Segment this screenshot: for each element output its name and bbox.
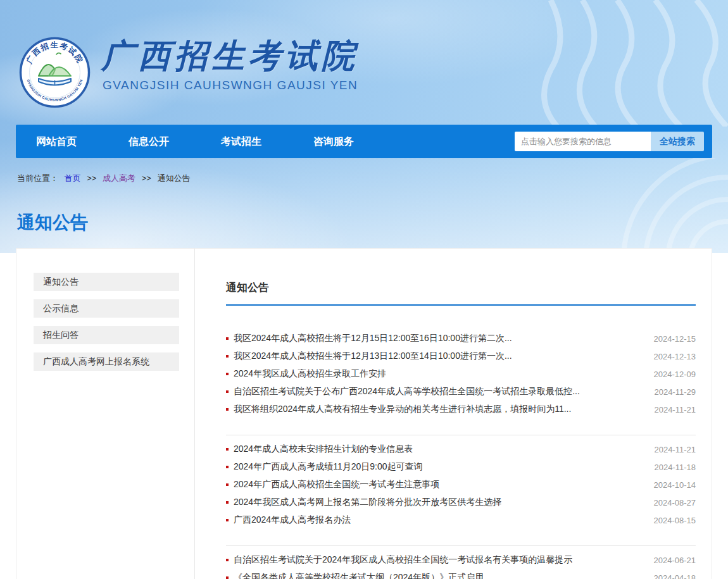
search-button[interactable]: 全站搜索 bbox=[651, 132, 704, 151]
breadcrumb-home-link[interactable]: 首页 bbox=[65, 173, 81, 183]
announcement-row: 《全国各类成人高等学校招生考试大纲（2024年版）》正式启用2024-04-18 bbox=[226, 569, 696, 579]
bullet-icon bbox=[226, 408, 229, 411]
announcement-link[interactable]: 我区2024年成人高校招生将于12月15日12:00至16日10:00进行第二次… bbox=[234, 333, 512, 344]
bullet-icon bbox=[226, 576, 229, 579]
bullet-icon bbox=[226, 559, 229, 561]
announcement-row-left: 2024年成人高校未安排招生计划的专业信息表 bbox=[226, 444, 413, 455]
announcement-row-left: 2024年广西成人高考成绩11月20日9:00起可查询 bbox=[226, 461, 423, 473]
vertical-divider bbox=[194, 249, 195, 579]
main-column: 通知公告 我区2024年成人高校招生将于12月15日12:00至16日10:00… bbox=[210, 249, 712, 579]
bullet-icon bbox=[226, 390, 229, 393]
announcement-row-left: 《全国各类成人高等学校招生考试大纲（2024年版）》正式启用 bbox=[226, 572, 484, 579]
sidebar-item-notice[interactable]: 通知公告 bbox=[34, 273, 179, 291]
bullet-icon bbox=[226, 448, 229, 451]
sidebar-item-signup-system[interactable]: 广西成人高考网上报名系统 bbox=[34, 352, 179, 371]
announcement-row-left: 我区2024年成人高校招生将于12月13日12:00至14日10:00进行第一次… bbox=[226, 351, 512, 362]
site-logo[interactable]: 广西招生考试院 GVANGJSIH CAUHSWNGH GAUJSI YEN bbox=[19, 37, 91, 108]
announcement-row: 自治区招生考试院关于2024年我区成人高校招生全国统一考试报名有关事项的温馨提示… bbox=[226, 551, 696, 569]
sidebar-item-public-info[interactable]: 公示信息 bbox=[34, 299, 179, 318]
announcement-link[interactable]: 2024年成人高校未安排招生计划的专业信息表 bbox=[234, 444, 413, 455]
announcement-row: 2024年广西成人高考成绩11月20日9:00起可查询2024-11-18 bbox=[226, 458, 696, 476]
announcement-row: 2024年我区成人高考网上报名第二阶段将分批次开放考区供考生选择2024-08-… bbox=[226, 494, 696, 511]
announcement-row-left: 2024年我区成人高校招生录取工作安排 bbox=[226, 368, 386, 380]
announcement-link[interactable]: 2024年我区成人高校招生录取工作安排 bbox=[234, 368, 386, 380]
bullet-icon bbox=[226, 373, 229, 375]
announcement-row-left: 自治区招生考试院关于公布广西2024年成人高等学校招生全国统一考试招生录取最低控… bbox=[226, 386, 580, 397]
search-input[interactable] bbox=[515, 132, 651, 151]
announcement-list: 我区2024年成人高校招生将于12月15日12:00至16日10:00进行第二次… bbox=[226, 330, 696, 579]
section-header: 通知公告 bbox=[226, 249, 696, 306]
announcement-date: 2024-12-09 bbox=[654, 370, 696, 379]
announcement-row-left: 自治区招生考试院关于2024年我区成人高校招生全国统一考试报名有关事项的温馨提示 bbox=[226, 554, 572, 566]
announcement-link[interactable]: 广西2024年成人高考报名办法 bbox=[234, 514, 351, 526]
announcement-link[interactable]: 《全国各类成人高等学校招生考试大纲（2024年版）》正式启用 bbox=[234, 572, 484, 579]
announcement-row: 我区将组织2024年成人高校有招生专业异动的相关考生进行补填志愿，填报时间为11… bbox=[226, 401, 696, 418]
bullet-icon bbox=[226, 337, 229, 340]
announcement-link[interactable]: 2024年广西成人高校招生全国统一考试考生注意事项 bbox=[234, 479, 439, 490]
announcement-link[interactable]: 2024年我区成人高考网上报名第二阶段将分批次开放考区供考生选择 bbox=[234, 497, 501, 508]
announcement-row: 自治区招生考试院关于公布广西2024年成人高等学校招生全国统一考试招生录取最低控… bbox=[226, 383, 696, 401]
announcement-link[interactable]: 2024年广西成人高考成绩11月20日9:00起可查询 bbox=[234, 461, 423, 473]
announcement-row: 2024年成人高校未安排招生计划的专业信息表2024-11-21 bbox=[226, 440, 696, 458]
announcement-row: 2024年广西成人高校招生全国统一考试考生注意事项2024-10-14 bbox=[226, 476, 696, 494]
nav-item-consult-service[interactable]: 咨询服务 bbox=[313, 125, 354, 158]
breadcrumb-label: 当前位置： bbox=[17, 173, 58, 183]
announcement-link[interactable]: 我区2024年成人高校招生将于12月13日12:00至14日10:00进行第一次… bbox=[234, 351, 512, 362]
announcement-row-left: 2024年广西成人高校招生全国统一考试考生注意事项 bbox=[226, 479, 439, 490]
nav-item-info-disclosure[interactable]: 信息公开 bbox=[129, 125, 169, 158]
announcement-date: 2024-06-21 bbox=[654, 556, 696, 565]
announcement-date: 2024-10-14 bbox=[654, 480, 696, 490]
announcement-date: 2024-12-15 bbox=[654, 334, 696, 344]
announcement-row-left: 广西2024年成人高考报名办法 bbox=[226, 514, 351, 526]
announcement-row-left: 我区将组织2024年成人高校有招生专业异动的相关考生进行补填志愿，填报时间为11… bbox=[226, 404, 571, 415]
content-panel: 通知公告公示信息招生问答广西成人高考网上报名系统 通知公告 我区2024年成人高… bbox=[16, 248, 712, 579]
announcement-date: 2024-11-21 bbox=[654, 405, 696, 414]
announcement-date: 2024-04-18 bbox=[654, 573, 696, 579]
breadcrumb-separator: >> bbox=[87, 173, 96, 183]
announcement-date: 2024-08-15 bbox=[654, 516, 696, 525]
announcement-row-left: 我区2024年成人高校招生将于12月15日12:00至16日10:00进行第二次… bbox=[226, 333, 512, 344]
announcement-date: 2024-11-21 bbox=[654, 445, 696, 454]
sidebar-item-qa[interactable]: 招生问答 bbox=[34, 326, 179, 344]
breadcrumb-separator: >> bbox=[142, 173, 151, 183]
bullet-icon bbox=[226, 501, 229, 504]
nav-item-home[interactable]: 网站首页 bbox=[36, 125, 77, 158]
announcement-link[interactable]: 我区将组织2024年成人高校有招生专业异动的相关考生进行补填志愿，填报时间为11… bbox=[234, 404, 571, 415]
search-box: 全站搜索 bbox=[515, 132, 704, 151]
section-title: 通知公告 bbox=[226, 280, 696, 295]
announcement-row: 我区2024年成人高校招生将于12月13日12:00至14日10:00进行第一次… bbox=[226, 347, 696, 365]
announcement-link[interactable]: 自治区招生考试院关于公布广西2024年成人高等学校招生全国统一考试招生录取最低控… bbox=[234, 386, 580, 397]
bullet-icon bbox=[226, 355, 229, 358]
site-subtitle: GVANGJSIH CAUHSWNGH GAUJSI YEN bbox=[103, 78, 358, 92]
announcement-date: 2024-11-18 bbox=[654, 463, 696, 472]
announcement-date: 2024-08-27 bbox=[654, 498, 696, 507]
bullet-icon bbox=[226, 519, 229, 521]
wave-pattern-top-right bbox=[513, 0, 728, 127]
announcement-group: 我区2024年成人高校招生将于12月15日12:00至16日10:00进行第二次… bbox=[226, 330, 696, 435]
page-title: 通知公告 bbox=[17, 211, 88, 235]
announcement-row-left: 2024年我区成人高考网上报名第二阶段将分批次开放考区供考生选择 bbox=[226, 497, 501, 508]
announcement-group: 2024年成人高校未安排招生计划的专业信息表2024-11-212024年广西成… bbox=[226, 440, 696, 546]
announcement-row: 我区2024年成人高校招生将于12月15日12:00至16日10:00进行第二次… bbox=[226, 330, 696, 347]
wave-pattern-right bbox=[563, 158, 728, 253]
nav-items: 网站首页信息公开考试招生咨询服务 bbox=[16, 125, 354, 158]
breadcrumb: 当前位置： 首页 >> 成人高考 >> 通知公告 bbox=[17, 173, 194, 184]
nav-item-exam-enrollment[interactable]: 考试招生 bbox=[221, 125, 261, 158]
bullet-icon bbox=[226, 483, 229, 486]
breadcrumb-current: 通知公告 bbox=[158, 173, 191, 183]
page: 广西招生考试院 GVANGJSIH CAUHSWNGH GAUJSI YEN 广… bbox=[0, 0, 728, 579]
announcement-date: 2024-12-13 bbox=[654, 352, 696, 361]
announcement-date: 2024-11-29 bbox=[654, 387, 696, 397]
announcement-group: 自治区招生考试院关于2024年我区成人高校招生全国统一考试报名有关事项的温馨提示… bbox=[226, 551, 696, 579]
bullet-icon bbox=[226, 466, 229, 468]
announcement-row: 2024年我区成人高校招生录取工作安排2024-12-09 bbox=[226, 365, 696, 383]
main-nav: 网站首页信息公开考试招生咨询服务 全站搜索 bbox=[16, 125, 712, 158]
sidebar: 通知公告公示信息招生问答广西成人高考网上报名系统 bbox=[34, 273, 179, 379]
site-title: 广西招生考试院 bbox=[101, 34, 481, 78]
announcement-link[interactable]: 自治区招生考试院关于2024年我区成人高校招生全国统一考试报名有关事项的温馨提示 bbox=[234, 554, 572, 566]
breadcrumb-section-link[interactable]: 成人高考 bbox=[103, 173, 135, 183]
announcement-row: 广西2024年成人高考报名办法2024-08-15 bbox=[226, 511, 696, 529]
